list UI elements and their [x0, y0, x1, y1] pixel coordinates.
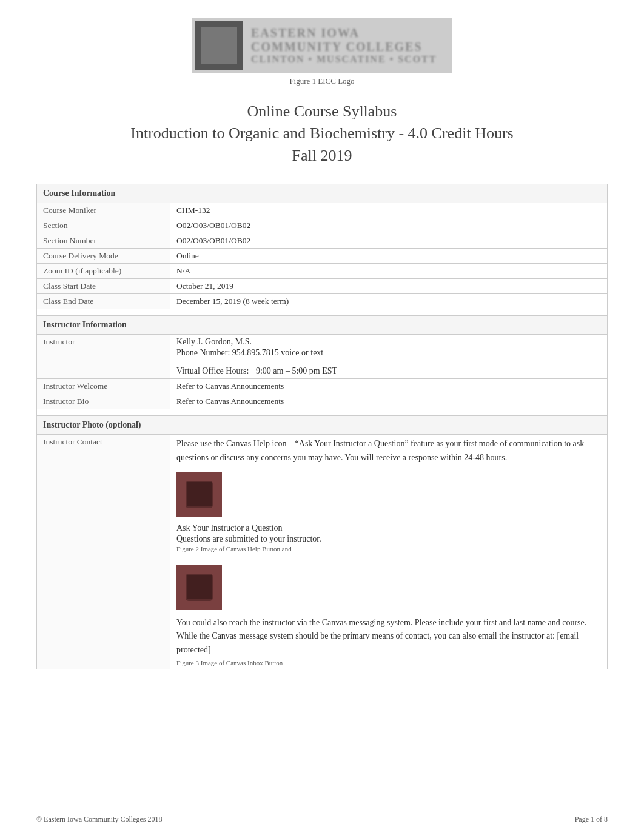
- svg-rect-3: [186, 574, 213, 601]
- contact-text-2: You could also reach the instructor via …: [176, 616, 601, 657]
- canvas-help-icon: [176, 472, 222, 517]
- table-row: Class Start Date October 21, 2019: [37, 279, 608, 294]
- contact-text-2-content: You could also reach the instructor via …: [176, 618, 586, 654]
- value-instructor: Kelly J. Gordon, M.S. Phone Number: 954.…: [170, 335, 608, 379]
- label-section-number: Section Number: [37, 233, 170, 249]
- course-info-header-row: Course Information: [37, 184, 608, 203]
- title-line2: Introduction to Organic and Biochemistry…: [36, 122, 608, 144]
- footer: © Eastern Iowa Community Colleges 2018 P…: [36, 815, 608, 824]
- course-info-header: Course Information: [37, 184, 608, 203]
- value-zoom-id: N/A: [170, 264, 608, 279]
- title-line1: Online Course Syllabus: [36, 101, 608, 122]
- label-instructor-welcome: Instructor Welcome: [37, 379, 170, 394]
- table-row: Instructor Contact Please use the Canvas…: [37, 435, 608, 669]
- logo-text-block: EASTERN IOWA COMMUNITY COLLEGES CLINTON …: [246, 26, 452, 65]
- table-row: Section Number O02/O03/OB01/OB02: [37, 233, 608, 249]
- value-end-date: December 15, 2019 (8 week term): [170, 294, 608, 309]
- value-delivery-mode: Online: [170, 249, 608, 264]
- svg-rect-1: [186, 481, 213, 508]
- label-course-moniker: Course Moniker: [37, 203, 170, 218]
- label-delivery-mode: Course Delivery Mode: [37, 249, 170, 264]
- value-section: O02/O03/OB01/OB02: [170, 218, 608, 233]
- instructor-office-hours: Virtual Office Hours: 9:00 am – 5:00 pm …: [176, 366, 601, 376]
- logo-section: EASTERN IOWA COMMUNITY COLLEGES CLINTON …: [36, 18, 608, 86]
- instructor-info-header: Instructor Information: [37, 316, 608, 335]
- value-course-moniker: CHM-132: [170, 203, 608, 218]
- canvas-caption-bold-1: Ask Your Instructor a Question: [176, 523, 601, 533]
- table-row: Instructor Kelly J. Gordon, M.S. Phone N…: [37, 335, 608, 379]
- label-zoom-id: Zoom ID (if applicable): [37, 264, 170, 279]
- table-row: Course Delivery Mode Online: [37, 249, 608, 264]
- info-table: Course Information Course Moniker CHM-13…: [36, 184, 608, 669]
- value-instructor-contact: Please use the Canvas Help icon – “Ask Y…: [170, 435, 608, 669]
- table-row: Zoom ID (if applicable) N/A: [37, 264, 608, 279]
- page-container: EASTERN IOWA COMMUNITY COLLEGES CLINTON …: [0, 0, 644, 835]
- label-instructor-contact: Instructor Contact: [37, 435, 170, 669]
- value-instructor-welcome: Refer to Canvas Announcements: [170, 379, 608, 394]
- table-row: Course Moniker CHM-132: [37, 203, 608, 218]
- label-start-date: Class Start Date: [37, 279, 170, 294]
- logo-image: EASTERN IOWA COMMUNITY COLLEGES CLINTON …: [192, 18, 452, 73]
- title-section: Online Course Syllabus Introduction to O…: [36, 101, 608, 167]
- canvas-inbox-icon: [176, 565, 222, 610]
- footer-left: © Eastern Iowa Community Colleges 2018: [36, 815, 162, 824]
- instructor-phone: Phone Number: 954.895.7815 voice or text: [176, 348, 601, 358]
- office-hours-value: 9:00 am – 5:00 pm EST: [256, 366, 337, 375]
- table-row: Instructor Bio Refer to Canvas Announcem…: [37, 394, 608, 409]
- instructor-info-header-row: Instructor Information: [37, 316, 608, 335]
- value-start-date: October 21, 2019: [170, 279, 608, 294]
- value-instructor-bio: Refer to Canvas Announcements: [170, 394, 608, 409]
- logo-text-line2: CLINTON • MUSCATINE • SCOTT: [251, 54, 452, 65]
- office-hours-label: Virtual Office Hours:: [176, 366, 249, 375]
- label-section: Section: [37, 218, 170, 233]
- logo-emblem: [195, 21, 243, 70]
- table-row: Class End Date December 15, 2019 (8 week…: [37, 294, 608, 309]
- label-instructor: Instructor: [37, 335, 170, 379]
- label-end-date: Class End Date: [37, 294, 170, 309]
- spacer-row: [37, 309, 608, 316]
- title-line3: Fall 2019: [36, 145, 608, 167]
- canvas-icon-1-block: Ask Your Instructor a Question Questions…: [176, 464, 601, 552]
- contact-text-1: Please use the Canvas Help icon – “Ask Y…: [176, 437, 601, 464]
- logo-caption: Figure 1 EICC Logo: [289, 76, 354, 86]
- logo-text-line1: EASTERN IOWA COMMUNITY COLLEGES: [251, 26, 452, 54]
- footer-right: Page 1 of 8: [575, 815, 608, 824]
- instructor-photo-header-row: Instructor Photo (optional): [37, 416, 608, 435]
- spacer-row-2: [37, 409, 608, 416]
- canvas-icon-2-block: You could also reach the instructor via …: [176, 557, 601, 666]
- table-row: Section O02/O03/OB01/OB02: [37, 218, 608, 233]
- instructor-name: Kelly J. Gordon, M.S.: [176, 337, 601, 347]
- canvas-caption-fig-1: Figure 2 Image of Canvas Help Button and: [176, 545, 601, 552]
- table-row: Instructor Welcome Refer to Canvas Annou…: [37, 379, 608, 394]
- canvas-caption-sub-1: Questions are submitted to your instruct…: [176, 534, 601, 544]
- value-section-number: O02/O03/OB01/OB02: [170, 233, 608, 249]
- label-instructor-bio: Instructor Bio: [37, 394, 170, 409]
- instructor-photo-header: Instructor Photo (optional): [37, 416, 608, 435]
- canvas-caption-fig-2: Figure 3 Image of Canvas Inbox Button: [176, 659, 601, 666]
